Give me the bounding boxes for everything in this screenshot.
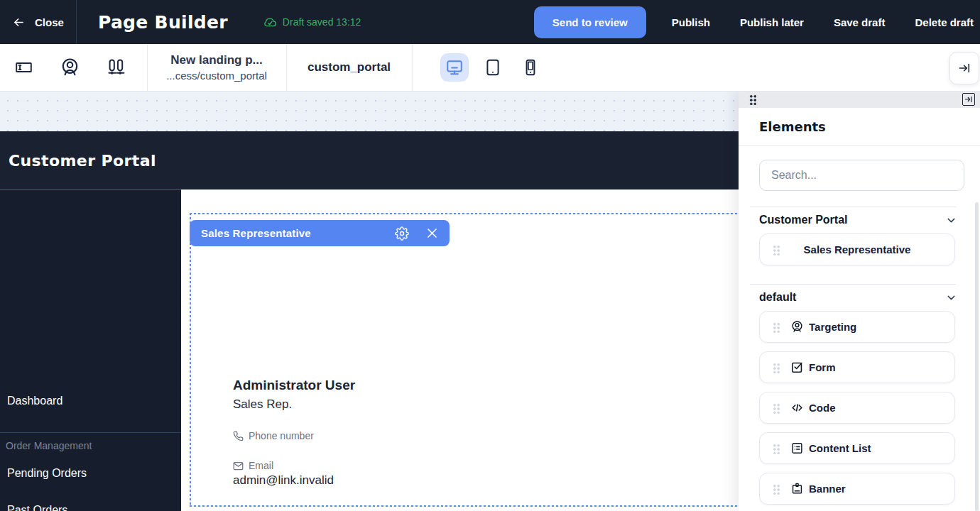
publish-button[interactable]: Publish bbox=[672, 16, 710, 28]
panel-title: Elements bbox=[759, 119, 826, 134]
portal-sidebar: Dashboard Order Management Pending Order… bbox=[0, 189, 181, 511]
sidebar-section-order-management: Order Management bbox=[6, 440, 92, 451]
device-mobile-button[interactable] bbox=[516, 53, 545, 82]
sliders-vertical-icon[interactable] bbox=[106, 57, 126, 78]
close-label: Close bbox=[35, 16, 64, 28]
contact-card-role: Sales Rep. bbox=[233, 397, 292, 412]
drag-handle-icon[interactable] bbox=[748, 94, 756, 105]
envelope-icon bbox=[233, 461, 244, 471]
panel-divider bbox=[750, 207, 956, 207]
element-card-code[interactable]: Code bbox=[759, 392, 955, 424]
element-card-label: Content List bbox=[809, 442, 871, 454]
element-card-label: Sales Representative bbox=[780, 243, 935, 256]
elements-panel: Elements Customer Portal Sales Represent… bbox=[739, 91, 980, 511]
drag-handle-icon[interactable] bbox=[772, 402, 780, 414]
top-navbar: Close Page Builder Draft saved 13:12 Sen… bbox=[0, 0, 980, 44]
app-title: Page Builder bbox=[98, 12, 228, 33]
tablet-icon bbox=[484, 58, 502, 77]
element-card-label: Form bbox=[809, 361, 836, 373]
toolbar-divider bbox=[412, 44, 413, 91]
cloud-check-icon bbox=[263, 16, 277, 29]
chevron-down-icon[interactable] bbox=[945, 292, 957, 304]
draft-saved-label: Draft saved 13:12 bbox=[283, 16, 361, 28]
phone-label: Phone number bbox=[249, 430, 314, 441]
element-card-content-list[interactable]: Content List bbox=[759, 432, 955, 464]
publish-later-button[interactable]: Publish later bbox=[740, 16, 804, 28]
drag-handle-icon[interactable] bbox=[772, 362, 780, 373]
draft-saved-status: Draft saved 13:12 bbox=[263, 16, 361, 29]
person-target-icon bbox=[790, 320, 804, 334]
drag-handle-icon[interactable] bbox=[772, 483, 780, 495]
drag-handle-icon[interactable] bbox=[772, 322, 780, 333]
close-icon[interactable] bbox=[425, 226, 439, 240]
sidebar-item-past-orders[interactable]: Past Orders bbox=[7, 504, 67, 511]
element-card-label: Code bbox=[809, 402, 836, 414]
chevron-down-icon[interactable] bbox=[945, 214, 957, 226]
page-name: New landing p... bbox=[147, 53, 286, 67]
desktop-icon bbox=[445, 58, 464, 77]
email-row: Email bbox=[233, 460, 273, 471]
element-card-banner[interactable]: Banner bbox=[759, 473, 955, 505]
email-label: Email bbox=[249, 460, 273, 471]
panel-scrollbar[interactable] bbox=[975, 202, 979, 511]
save-draft-button[interactable]: Save draft bbox=[834, 16, 886, 28]
panel-drag-bar[interactable] bbox=[739, 91, 980, 108]
selection-border-left bbox=[190, 213, 191, 507]
current-page-selector[interactable]: New landing p... ...cess/custom_portal bbox=[147, 53, 286, 82]
collapse-panel-button[interactable] bbox=[949, 52, 979, 84]
element-card-label: Banner bbox=[809, 483, 846, 495]
email-value: admin@link.invalid bbox=[233, 473, 334, 488]
contact-card-name: Administrator User bbox=[233, 378, 355, 393]
portal-tab[interactable]: custom_portal bbox=[286, 60, 412, 75]
element-card-form[interactable]: Form bbox=[759, 351, 955, 383]
send-to-review-button[interactable]: Send to review bbox=[534, 6, 646, 38]
selected-element-label-bar[interactable]: Sales Representative bbox=[190, 220, 450, 246]
drag-handle-icon[interactable] bbox=[772, 443, 780, 454]
content-list-icon bbox=[790, 441, 804, 455]
page-path: ...cess/custom_portal bbox=[147, 70, 286, 82]
navbar-actions: Publish Publish later Save draft Delete … bbox=[672, 16, 980, 28]
element-card-sales-representative[interactable]: Sales Representative bbox=[759, 233, 955, 265]
phone-icon bbox=[233, 431, 244, 441]
selection-border-top bbox=[190, 213, 739, 214]
sidebar-item-pending-orders[interactable]: Pending Orders bbox=[7, 467, 87, 480]
device-tablet-button[interactable] bbox=[479, 53, 507, 82]
input-field-icon[interactable] bbox=[13, 58, 35, 77]
arrow-to-bar-icon bbox=[964, 95, 973, 104]
phone-row: Phone number bbox=[233, 430, 314, 441]
back-arrow-icon bbox=[12, 16, 26, 29]
section-header-default[interactable]: default bbox=[759, 291, 796, 304]
sidebar-item-dashboard[interactable]: Dashboard bbox=[7, 395, 62, 407]
element-card-label: Targeting bbox=[809, 321, 856, 333]
delete-draft-button[interactable]: Delete draft bbox=[915, 16, 974, 28]
portal-header-title: Customer Portal bbox=[9, 152, 156, 170]
code-icon bbox=[790, 401, 804, 414]
mobile-icon bbox=[521, 58, 540, 77]
gear-icon[interactable] bbox=[395, 226, 409, 241]
selection-border-bottom bbox=[190, 505, 739, 507]
section-header-customer-portal[interactable]: Customer Portal bbox=[759, 214, 847, 226]
panel-divider bbox=[739, 145, 980, 146]
person-target-icon[interactable] bbox=[60, 57, 80, 78]
form-checkbox-icon bbox=[790, 361, 804, 374]
selected-element-label: Sales Representative bbox=[201, 227, 395, 239]
arrow-to-bar-icon bbox=[957, 61, 971, 75]
close-button[interactable]: Close bbox=[0, 0, 77, 44]
drag-handle-icon[interactable] bbox=[772, 244, 780, 256]
sidebar-divider bbox=[0, 432, 181, 433]
search-input[interactable] bbox=[760, 160, 964, 190]
search-box bbox=[759, 160, 964, 191]
banner-badge-icon bbox=[790, 482, 804, 495]
panel-divider bbox=[750, 284, 956, 285]
element-card-targeting[interactable]: Targeting bbox=[759, 311, 955, 343]
panel-collapse-button[interactable] bbox=[962, 93, 975, 106]
builder-toolbar: New landing p... ...cess/custom_portal c… bbox=[0, 44, 980, 92]
device-desktop-button[interactable] bbox=[440, 53, 469, 82]
